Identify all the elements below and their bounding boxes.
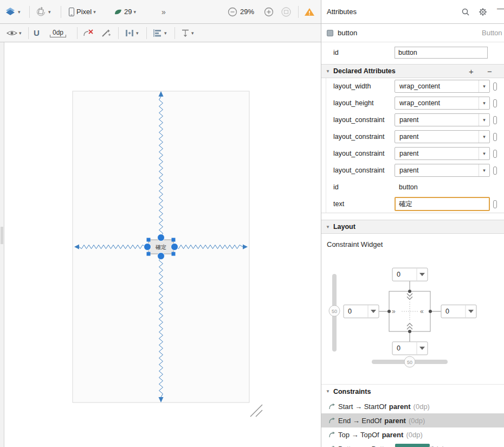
declared-attributes-table: layout_width wrap_content ▾ layout_heigh… xyxy=(321,78,504,213)
declared-attributes-title: Declared Attributes xyxy=(333,67,396,75)
pack-button[interactable]: ▾ xyxy=(125,24,139,42)
resource-picker-icon[interactable] xyxy=(493,116,497,124)
left-constraint-chevrons[interactable]: » xyxy=(392,308,396,315)
constraint-toolbar: ▾ U 0dp ▾ ▾ ▾ xyxy=(0,24,321,42)
margin-right-combo[interactable]: 0 xyxy=(441,305,476,318)
layout-section-header[interactable]: ▼ Layout xyxy=(321,220,504,234)
id-field-row: id xyxy=(321,43,504,62)
anchor-top[interactable] xyxy=(158,234,165,241)
section-collapse-icon[interactable]: ▼ xyxy=(326,389,330,394)
selected-component-row[interactable]: button Button xyxy=(321,24,504,42)
constraint-combo[interactable]: parent ▾ xyxy=(395,113,490,126)
resource-picker-icon[interactable] xyxy=(493,133,497,141)
guideline-icon xyxy=(181,29,190,37)
anchor-right[interactable] xyxy=(171,244,178,251)
toolbar-separator xyxy=(61,6,61,18)
attribute-name: layout_constraint xyxy=(333,162,393,179)
attribute-value: button xyxy=(399,179,418,196)
constraint-item-start[interactable]: Start → StartOf parent (0dp) xyxy=(321,399,504,413)
chevron-down-icon[interactable]: ▾ xyxy=(479,80,489,92)
constraint-widget[interactable]: 50 50 » xyxy=(328,260,490,372)
toolbar-separator xyxy=(77,27,77,39)
toolbar-separator xyxy=(146,27,147,39)
constraint-target: parent xyxy=(382,431,404,439)
chevron-down-icon[interactable]: ▾ xyxy=(479,148,489,159)
chevron-down-icon[interactable]: ▾ xyxy=(479,164,489,176)
margin-left-combo[interactable]: 0 xyxy=(344,305,379,318)
zoom-to-fit-button[interactable] xyxy=(281,0,292,23)
search-icon[interactable] xyxy=(461,8,470,18)
constraint-item-top[interactable]: Top → TopOf parent (0dp) xyxy=(321,427,504,442)
constraint-text: Top → TopOf xyxy=(338,431,379,439)
toolbar-separator xyxy=(29,6,30,18)
layout-width-combo[interactable]: wrap_content ▾ xyxy=(395,80,490,93)
constraint-combo[interactable]: parent ▾ xyxy=(395,147,490,160)
attribute-row: text xyxy=(321,196,504,213)
tool-window-strip xyxy=(0,42,4,447)
margin-bottom-combo[interactable]: 0 xyxy=(392,342,428,355)
clear-constraints-button[interactable] xyxy=(82,24,94,42)
constraint-margin: (0dp) xyxy=(428,445,444,447)
gear-icon[interactable] xyxy=(479,8,487,18)
constraint-combo[interactable]: parent ▾ xyxy=(395,130,490,143)
zoom-in-button[interactable] xyxy=(264,0,274,23)
orientation-button[interactable]: ▾ xyxy=(36,0,51,23)
attribute-value: parent xyxy=(395,116,479,124)
autoconnect-toggle[interactable]: U xyxy=(34,24,40,42)
anchor-left[interactable] xyxy=(144,244,151,251)
declared-attributes-header[interactable]: ▼ Declared Attributes + − xyxy=(321,64,504,78)
infer-constraints-button[interactable] xyxy=(101,24,112,42)
attribute-name: layout_constraint xyxy=(333,129,393,145)
section-collapse-icon[interactable]: ▼ xyxy=(326,69,330,74)
tool-window-tab[interactable] xyxy=(1,227,3,244)
minimize-icon[interactable]: — xyxy=(497,3,504,12)
constraint-combo[interactable]: parent ▾ xyxy=(395,164,490,177)
resource-picker-icon[interactable] xyxy=(493,167,497,175)
margin-top-combo[interactable]: 0 xyxy=(392,268,428,281)
toolbar-separator xyxy=(298,6,299,18)
attribute-row: id button xyxy=(321,179,504,196)
chevron-down-icon: ▾ xyxy=(48,9,51,15)
id-input[interactable] xyxy=(395,47,488,59)
api-level-selector[interactable]: 29 ▾ xyxy=(114,0,136,23)
remove-attribute-button[interactable]: − xyxy=(487,65,492,79)
align-button[interactable]: ▾ xyxy=(153,24,167,42)
text-attribute-input[interactable] xyxy=(395,197,490,211)
toolbar-overflow-button[interactable]: » xyxy=(161,0,165,23)
chevron-down-icon: ▾ xyxy=(93,9,96,15)
attribute-value: wrap_content xyxy=(395,99,479,107)
constraint-item-end[interactable]: End → EndOf parent (0dp) xyxy=(321,413,504,427)
chevron-down-icon: ▾ xyxy=(19,30,22,36)
view-options-button[interactable]: ▾ xyxy=(7,24,22,42)
attribute-row: layout_height wrap_content ▾ xyxy=(321,95,504,112)
default-margin-button[interactable]: 0dp xyxy=(50,24,66,42)
warnings-button[interactable] xyxy=(304,0,315,23)
anchor-bottom[interactable] xyxy=(158,253,165,260)
constraint-target: parent xyxy=(384,417,406,425)
chevron-down-icon[interactable]: ▾ xyxy=(479,131,489,143)
chevron-down-icon[interactable]: ▾ xyxy=(479,114,489,126)
constraints-section-title: Constraints xyxy=(333,388,371,395)
resource-picker-icon[interactable] xyxy=(493,82,497,91)
scrollbar-thumb[interactable] xyxy=(395,444,430,447)
design-surface-button[interactable]: ▾ xyxy=(4,0,21,23)
constraint-widget-title: Constraint Widget xyxy=(327,240,383,248)
canvas-resize-handle[interactable] xyxy=(250,405,262,417)
device-selector[interactable]: Pixel ▾ xyxy=(68,0,96,23)
resource-picker-icon[interactable] xyxy=(493,200,497,208)
layout-height-combo[interactable]: wrap_content ▾ xyxy=(395,97,490,110)
constraints-section-header[interactable]: ▼ Constraints xyxy=(321,384,504,398)
guidelines-button[interactable]: ▾ xyxy=(181,24,194,42)
resource-picker-icon[interactable] xyxy=(493,99,497,107)
design-surface[interactable]: 確定 xyxy=(0,42,321,447)
section-collapse-icon[interactable]: ▼ xyxy=(326,225,330,229)
resource-picker-icon[interactable] xyxy=(493,150,497,158)
button-component-icon xyxy=(327,30,333,36)
chevron-down-icon: ▾ xyxy=(133,9,136,15)
right-constraint-chevrons[interactable]: « xyxy=(420,308,424,315)
chevron-down-icon: ▾ xyxy=(164,30,167,36)
add-attribute-button[interactable]: + xyxy=(469,65,474,79)
chevron-down-icon[interactable]: ▾ xyxy=(479,97,489,109)
zoom-in-icon xyxy=(264,7,274,17)
zoom-out-button[interactable] xyxy=(228,0,237,23)
